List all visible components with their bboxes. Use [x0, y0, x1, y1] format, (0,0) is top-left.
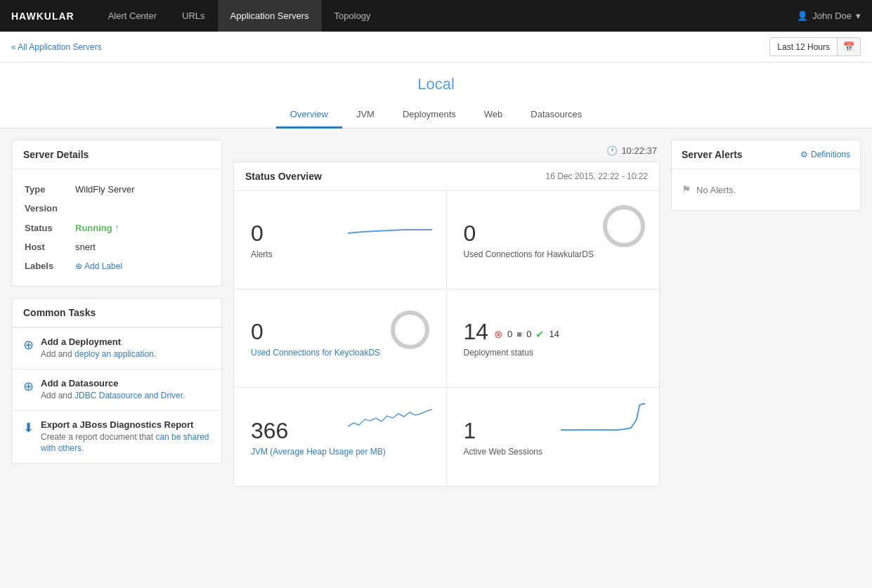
status-up-arrow-icon: ↑	[115, 222, 119, 233]
task-export-title: Export a JBoss Diagnostics Report	[41, 419, 210, 430]
server-details-table: Type WildFly Server Version Status Runni…	[23, 179, 210, 276]
task-deployment-desc: Add and deploy an application.	[41, 348, 156, 360]
status-cell-deployments: 14 ⊗ 0 ■ 0 ✔ 14 Deployment status	[447, 289, 660, 388]
nav-item-application-servers[interactable]: Application Servers	[218, 0, 322, 32]
host-label: Host	[25, 238, 74, 256]
version-value	[75, 200, 209, 217]
plus-icon-deployment: ⊕	[23, 337, 34, 353]
page-title-section: Local Overview JVM Deployments Web Datas…	[0, 63, 872, 129]
nav-items: Alert Center URLs Application Servers To…	[96, 0, 798, 32]
definitions-link[interactable]: ⚙ Definitions	[800, 150, 850, 159]
status-grid: 0 Alerts 0 Used Connections for Hawkular…	[234, 191, 659, 486]
tab-web[interactable]: Web	[470, 102, 517, 129]
task-deployment-title: Add a Deployment	[41, 337, 156, 347]
task-export-report[interactable]: ⬇ Export a JBoss Diagnostics Report Crea…	[12, 410, 221, 464]
status-cell-web-sessions: 1 Active Web Sessions	[447, 388, 660, 486]
flag-icon: ⚑	[682, 183, 691, 196]
status-label: Status	[25, 218, 74, 237]
status-overview-card: Status Overview 16 Dec 2015, 22:22 - 10:…	[233, 162, 660, 487]
main-content: Server Details Type WildFly Server Versi…	[0, 129, 872, 588]
version-row: Version	[25, 200, 209, 217]
host-row: Host snert	[25, 238, 209, 256]
tab-jvm[interactable]: JVM	[342, 102, 389, 129]
server-alerts-title: Server Alerts	[682, 149, 743, 160]
task-export-desc: Create a report document that can be sha…	[41, 431, 210, 455]
gear-icon: ⚙	[800, 150, 808, 159]
tab-datasources[interactable]: Datasources	[516, 102, 596, 129]
nav-item-alert-center[interactable]: Alert Center	[96, 0, 169, 32]
status-running-text: Running	[75, 223, 112, 233]
right-panel: Server Alerts ⚙ Definitions ⚑ No Alerts.	[671, 140, 861, 588]
deploy-green-icon: ✔	[535, 328, 545, 341]
alerts-label: Alerts	[251, 249, 429, 259]
labels-value: ⊕ Add Label	[75, 257, 209, 275]
status-cell-alerts: 0 Alerts	[234, 191, 447, 289]
hawkular-ds-circle	[603, 205, 645, 247]
deploy-link[interactable]: deploy an application.	[74, 349, 156, 359]
deployment-badges: ⊗ 0 ■ 0 ✔ 14	[494, 328, 559, 341]
user-name: John Doe	[812, 11, 852, 21]
type-row: Type WildFly Server	[25, 181, 209, 198]
tab-overview[interactable]: Overview	[276, 102, 342, 129]
no-alerts-message: ⚑ No Alerts.	[672, 169, 860, 210]
jvm-label[interactable]: JVM (Average Heap Usage per MB)	[251, 447, 429, 457]
task-datasource-content: Add a Datasource Add and JDBC Datasource…	[41, 378, 185, 402]
task-add-deployment[interactable]: ⊕ Add a Deployment Add and deploy an app…	[12, 327, 221, 369]
share-link[interactable]: can be shared with others.	[41, 432, 209, 454]
hawkular-ds-label: Used Connections for HawkularDS	[464, 249, 643, 259]
common-tasks-card: Common Tasks ⊕ Add a Deployment Add and …	[11, 298, 222, 464]
clock-icon: 🕐	[606, 145, 618, 156]
alerts-header: Server Alerts ⚙ Definitions	[672, 141, 860, 169]
host-value: snert	[75, 238, 209, 256]
nav-item-topology[interactable]: Topology	[322, 0, 384, 32]
plus-icon-datasource: ⊕	[23, 379, 34, 394]
version-label: Version	[25, 200, 74, 217]
deploy-gray-icon: ■	[516, 329, 522, 339]
no-alerts-text: No Alerts.	[696, 185, 736, 195]
definitions-label: Definitions	[811, 150, 850, 159]
task-export-content: Export a JBoss Diagnostics Report Create…	[41, 419, 210, 455]
task-add-datasource[interactable]: ⊕ Add a Datasource Add and JDBC Datasour…	[12, 369, 221, 410]
add-label-button[interactable]: ⊕ Add Label	[75, 261, 209, 271]
deployment-total: 14	[464, 319, 489, 345]
nav-item-urls[interactable]: URLs	[169, 0, 218, 32]
deploy-red-count: 0	[507, 329, 512, 339]
center-panel: 🕐 10:22:37 Status Overview 16 Dec 2015, …	[233, 140, 660, 588]
left-panel: Server Details Type WildFly Server Versi…	[11, 140, 222, 588]
jvm-sparkline	[348, 398, 432, 439]
user-icon: 👤	[797, 11, 808, 21]
status-cell-keycloak-ds: 0 Used Connections for KeycloakDS	[234, 289, 447, 388]
add-label-text: Add Label	[84, 261, 122, 271]
deploy-red-icon: ⊗	[494, 328, 503, 341]
keycloak-ds-label[interactable]: Used Connections for KeycloakDS	[251, 348, 429, 358]
alerts-sparkline	[348, 205, 432, 242]
tab-deployments[interactable]: Deployments	[389, 102, 470, 129]
page-title: Local	[0, 75, 872, 93]
download-icon: ⬇	[23, 420, 34, 436]
jdbc-link[interactable]: JDBC Datasource and Driver.	[74, 391, 185, 400]
top-navigation: HAWKULAR Alert Center URLs Application S…	[0, 0, 872, 32]
deployment-number-row: 14 ⊗ 0 ■ 0 ✔ 14	[464, 319, 643, 345]
status-overview-header: Status Overview 16 Dec 2015, 22:22 - 10:…	[234, 162, 659, 191]
deployment-label: Deployment status	[464, 348, 643, 358]
time-picker[interactable]: Last 12 Hours 📅	[769, 37, 861, 56]
task-deployment-content: Add a Deployment Add and deploy an appli…	[41, 337, 156, 360]
timestamp-bar: 🕐 10:22:37	[233, 140, 660, 162]
type-value: WildFly Server	[75, 181, 209, 198]
web-sessions-sparkline	[561, 398, 645, 439]
task-datasource-desc: Add and JDBC Datasource and Driver.	[41, 390, 185, 402]
user-menu[interactable]: 👤 John Doe ▾	[797, 11, 861, 21]
labels-row: Labels ⊕ Add Label	[25, 257, 209, 275]
status-overview-title: Status Overview	[245, 171, 322, 182]
status-row: Status Running ↑	[25, 218, 209, 237]
status-cell-hawkular-ds: 0 Used Connections for HawkularDS	[447, 191, 660, 289]
time-picker-label: Last 12 Hours	[770, 39, 837, 55]
sub-header: « All Application Servers Last 12 Hours …	[0, 32, 872, 63]
app-logo: HAWKULAR	[11, 11, 74, 22]
back-link[interactable]: « All Application Servers	[11, 42, 102, 52]
type-label: Type	[25, 181, 74, 198]
server-details-card: Server Details Type WildFly Server Versi…	[11, 140, 222, 287]
keycloak-ds-circle	[391, 311, 429, 349]
server-details-body: Type WildFly Server Version Status Runni…	[12, 169, 221, 286]
calendar-icon[interactable]: 📅	[837, 38, 860, 55]
